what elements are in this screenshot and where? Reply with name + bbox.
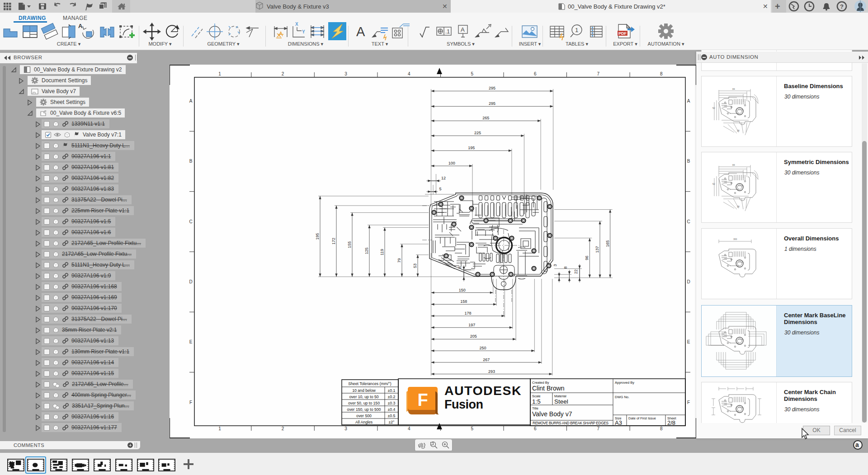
svg-text:295: 295 [489, 101, 495, 106]
svg-text:over 10, up to 50: over 10, up to 50 [349, 395, 378, 399]
svg-text:±0.5: ±0.5 [388, 414, 396, 418]
svg-text:53: 53 [413, 263, 417, 268]
svg-text:Scale: Scale [532, 394, 541, 398]
svg-text:Approved By: Approved By [615, 381, 634, 385]
svg-text:3: 3 [553, 264, 557, 266]
svg-text:3: 3 [344, 426, 347, 431]
svg-text:100: 100 [448, 161, 455, 165]
svg-text:3: 3 [344, 71, 347, 76]
svg-text:?: ? [840, 3, 844, 10]
svg-text:±0.3: ±0.3 [388, 401, 396, 405]
svg-text:6: 6 [534, 426, 537, 431]
svg-text:±0.1: ±0.1 [388, 388, 396, 393]
svg-text:A: A [687, 99, 690, 103]
svg-text:96: 96 [585, 256, 589, 260]
svg-text:10 and below: 10 and below [352, 388, 376, 393]
svg-text:197: 197 [468, 323, 475, 327]
svg-text:155: 155 [347, 241, 352, 248]
svg-text:158: 158 [460, 299, 467, 304]
svg-text:225: 225 [474, 131, 481, 135]
svg-text:8: 8 [660, 71, 663, 76]
svg-text:1: 1 [575, 27, 578, 33]
svg-text:137: 137 [595, 246, 599, 253]
svg-text:Material: Material [554, 394, 566, 398]
svg-text:5: 5 [471, 71, 473, 76]
svg-text:All Angles: All Angles [355, 420, 373, 424]
svg-text:7: 7 [597, 426, 600, 431]
svg-text:295: 295 [489, 86, 495, 90]
svg-text:165: 165 [605, 240, 610, 247]
svg-text:119: 119 [380, 249, 384, 255]
svg-text:8: 8 [458, 266, 462, 268]
svg-text:6: 6 [534, 71, 537, 76]
svg-text:E: E [189, 339, 193, 344]
svg-text:F: F [189, 400, 192, 405]
svg-text:5: 5 [439, 187, 441, 191]
svg-text:B: B [189, 159, 193, 164]
svg-text:22: 22 [574, 269, 578, 274]
svg-text:Valve Body v7: Valve Body v7 [532, 410, 572, 418]
svg-text:205: 205 [470, 334, 477, 339]
svg-text:125: 125 [364, 248, 369, 254]
svg-text:D: D [189, 279, 192, 284]
svg-text:4: 4 [408, 71, 410, 76]
svg-text:265: 265 [482, 116, 489, 120]
svg-text:8: 8 [660, 426, 663, 431]
svg-text:A3: A3 [615, 419, 622, 426]
svg-text:2/8: 2/8 [667, 419, 675, 426]
svg-text:PDF: PDF [618, 31, 627, 36]
svg-text:over 150, up to 500: over 150, up to 500 [347, 407, 381, 412]
svg-text:E: E [687, 339, 690, 344]
svg-text:7: 7 [597, 71, 600, 76]
svg-text:Steel: Steel [554, 398, 568, 405]
svg-text:D: D [687, 279, 690, 284]
svg-text:250: 250 [479, 346, 486, 350]
svg-text:52: 52 [712, 107, 715, 109]
svg-text:±2°: ±2° [388, 420, 394, 424]
svg-text:DWG No.: DWG No. [615, 395, 629, 399]
svg-text:X: X [295, 22, 298, 27]
svg-text:A: A [356, 24, 365, 39]
svg-text:F: F [687, 400, 690, 405]
svg-text:Title: Title [532, 406, 538, 410]
svg-text:B: B [687, 159, 690, 164]
svg-text:Created By: Created By [532, 381, 549, 385]
svg-text:293: 293 [488, 369, 495, 374]
svg-text:±0.4: ±0.4 [388, 407, 396, 412]
svg-text:8: 8 [563, 266, 568, 268]
svg-text:REMOVE BURRS AND BREAK SHARP E: REMOVE BURRS AND BREAK SHARP EDGES [533, 421, 609, 425]
svg-text:38: 38 [737, 205, 740, 208]
svg-text:38: 38 [737, 129, 740, 132]
svg-text:C: C [189, 219, 192, 224]
svg-text:F: F [417, 390, 428, 409]
svg-text:84: 84 [732, 88, 735, 90]
svg-text:84: 84 [732, 164, 735, 166]
svg-text:±0.2: ±0.2 [388, 395, 396, 399]
svg-text:over 500: over 500 [356, 414, 372, 418]
svg-text:1: 1 [218, 71, 221, 76]
svg-text:172: 172 [331, 238, 336, 245]
svg-text:C: C [687, 219, 690, 224]
svg-text:over 50, up to 150: over 50, up to 150 [348, 401, 380, 405]
svg-text:300: 300 [733, 238, 737, 240]
svg-text:.1: .1 [445, 28, 450, 35]
svg-text:178: 178 [464, 311, 471, 315]
svg-text:A: A [189, 99, 193, 103]
svg-text:4: 4 [408, 426, 410, 431]
svg-text:12: 12 [441, 176, 446, 180]
svg-text:A: A [78, 23, 83, 29]
svg-text:267: 267 [483, 357, 490, 362]
svg-text:195: 195 [315, 233, 320, 240]
svg-text:Clint Brown: Clint Brown [532, 385, 565, 392]
svg-text:Date of First Issue: Date of First Issue [628, 416, 656, 420]
svg-text:5: 5 [471, 426, 473, 431]
svg-text:79: 79 [397, 258, 401, 263]
svg-text:1:5: 1:5 [532, 398, 541, 405]
svg-text:2: 2 [282, 426, 284, 431]
svg-text:A: A [461, 26, 465, 33]
svg-text:Fusion: Fusion [444, 398, 483, 411]
svg-text:52: 52 [712, 183, 715, 185]
svg-text:2: 2 [282, 71, 284, 76]
svg-text:1: 1 [218, 426, 221, 431]
svg-text:Y: Y [302, 29, 305, 34]
